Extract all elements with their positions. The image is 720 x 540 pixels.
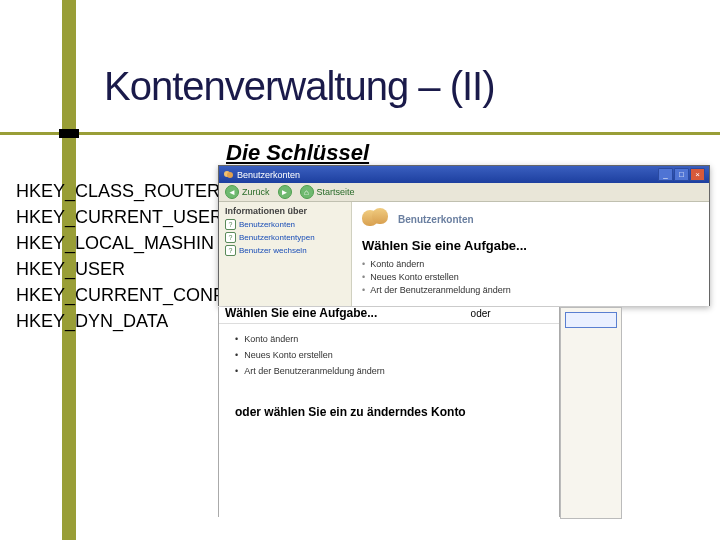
- home-icon: ⌂: [300, 185, 314, 199]
- selection-box[interactable]: [565, 312, 617, 328]
- registry-keys-list: HKEY_CLASS_ROUTER HKEY_CURRENT_USER HKEY…: [16, 178, 224, 335]
- task-label: Art der Benutzeranmeldung ändern: [370, 285, 511, 295]
- bullet-icon: •: [235, 334, 238, 344]
- lower-pane: Wählen Sie eine Aufgabe... oder •Konto ä…: [218, 307, 560, 517]
- back-button[interactable]: ◄Zurück: [225, 185, 270, 199]
- task-label: Neues Konto erstellen: [244, 350, 333, 360]
- task-label: Art der Benutzeranmeldung ändern: [244, 366, 385, 376]
- sidebar-heading: Informationen über: [225, 206, 345, 216]
- key-item: HKEY_DYN_DATA: [16, 308, 224, 334]
- key-item: HKEY_CURRENT_CONF: [16, 282, 224, 308]
- oder-text: oder: [471, 308, 491, 319]
- sidebar-link-label: Benutzerkonten: [239, 220, 295, 229]
- bullet-icon: •: [362, 272, 365, 282]
- bullet-icon: •: [235, 350, 238, 360]
- sidebar-link[interactable]: ?Benutzerkonten: [225, 219, 345, 230]
- right-strip: [560, 307, 622, 519]
- sidebar-link[interactable]: ?Benutzer wechseln: [225, 245, 345, 256]
- task-link[interactable]: •Art der Benutzeranmeldung ändern: [235, 366, 543, 376]
- users-icon: [362, 208, 392, 230]
- key-item: HKEY_LOCAL_MASHIN: [16, 230, 224, 256]
- help-icon: ?: [225, 245, 236, 256]
- forward-icon: ►: [278, 185, 292, 199]
- window-title: Benutzerkonten: [237, 170, 300, 180]
- back-icon: ◄: [225, 185, 239, 199]
- key-item: HKEY_CURRENT_USER: [16, 204, 224, 230]
- key-item: HKEY_CLASS_ROUTER: [16, 178, 224, 204]
- toolbar: ◄Zurück ► ⌂Startseite: [219, 183, 709, 202]
- task-heading: Wählen Sie eine Aufgabe...: [362, 238, 699, 253]
- task-label: Konto ändern: [370, 259, 424, 269]
- back-label: Zurück: [242, 187, 270, 197]
- svg-point-1: [227, 172, 233, 178]
- slide-subtitle: Die Schlüssel: [226, 140, 369, 166]
- task-label: Neues Konto erstellen: [370, 272, 459, 282]
- users-icon: [223, 170, 233, 180]
- main-pane: Benutzerkonten Wählen Sie eine Aufgabe..…: [352, 202, 709, 306]
- maximize-button[interactable]: □: [674, 168, 689, 181]
- cut-heading: Wählen Sie eine Aufgabe... oder: [219, 307, 559, 324]
- task-link[interactable]: •Neues Konto erstellen: [362, 272, 699, 282]
- close-button[interactable]: ×: [690, 168, 705, 181]
- help-icon: ?: [225, 219, 236, 230]
- user-accounts-window: Benutzerkonten _ □ × ◄Zurück ► ⌂Startsei…: [218, 165, 710, 306]
- help-icon: ?: [225, 232, 236, 243]
- accent-square: [59, 129, 79, 138]
- key-item: HKEY_USER: [16, 256, 224, 282]
- home-button[interactable]: ⌂Startseite: [300, 185, 355, 199]
- task-link[interactable]: •Konto ändern: [362, 259, 699, 269]
- bullet-icon: •: [235, 366, 238, 376]
- bullet-icon: •: [362, 259, 365, 269]
- sidebar-link-label: Benutzer wechseln: [239, 246, 307, 255]
- main-label: Benutzerkonten: [398, 214, 474, 225]
- bullet-icon: •: [362, 285, 365, 295]
- minimize-button[interactable]: _: [658, 168, 673, 181]
- task-link[interactable]: •Neues Konto erstellen: [235, 350, 543, 360]
- sidebar-link-label: Benutzerkontentypen: [239, 233, 315, 242]
- forward-button[interactable]: ►: [278, 185, 292, 199]
- window-titlebar[interactable]: Benutzerkonten _ □ ×: [219, 166, 709, 183]
- task-label: Konto ändern: [244, 334, 298, 344]
- task-link[interactable]: •Art der Benutzeranmeldung ändern: [362, 285, 699, 295]
- task-link[interactable]: •Konto ändern: [235, 334, 543, 344]
- home-label: Startseite: [317, 187, 355, 197]
- sidebar: Informationen über ?Benutzerkonten ?Benu…: [219, 202, 352, 306]
- sidebar-link[interactable]: ?Benutzerkontentypen: [225, 232, 345, 243]
- choose-account-heading: oder wählen Sie ein zu änderndes Konto: [235, 404, 559, 420]
- slide-title: Kontenverwaltung – (II): [104, 64, 495, 109]
- accent-horizontal: [0, 132, 720, 135]
